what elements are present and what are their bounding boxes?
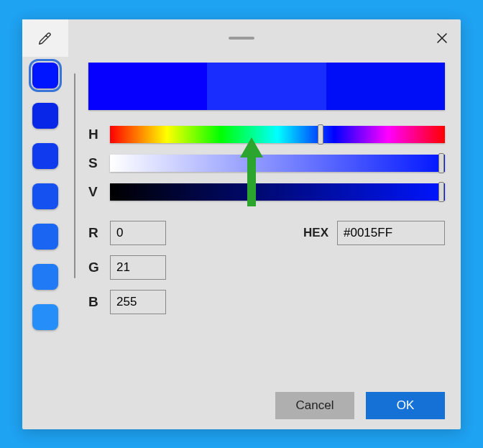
- close-button[interactable]: [433, 29, 451, 47]
- hex-input[interactable]: [337, 221, 445, 245]
- value-slider[interactable]: [110, 183, 445, 201]
- value-label: V: [88, 184, 101, 200]
- ok-button[interactable]: OK: [366, 392, 445, 419]
- g-row: G: [88, 255, 166, 280]
- b-label: B: [88, 294, 101, 310]
- r-input[interactable]: [110, 221, 166, 245]
- inputs-row: R G B HEX: [88, 221, 445, 314]
- rgb-inputs: R G B: [88, 221, 166, 314]
- button-row: Cancel OK: [275, 392, 445, 419]
- b-input[interactable]: [110, 290, 166, 314]
- r-label: R: [88, 225, 101, 241]
- close-icon: [436, 32, 448, 44]
- cancel-button[interactable]: Cancel: [275, 392, 354, 419]
- hue-thumb[interactable]: [318, 124, 323, 145]
- swatch-2[interactable]: [32, 143, 58, 169]
- swatch-5[interactable]: [32, 264, 58, 290]
- hue-slider[interactable]: [110, 126, 445, 143]
- eyedropper-tool[interactable]: [22, 19, 68, 57]
- swatch-0[interactable]: [32, 63, 58, 88]
- drag-handle[interactable]: [229, 37, 254, 40]
- color-preview[interactable]: [88, 63, 445, 110]
- swatch-column: [22, 57, 68, 429]
- preview-mid: [207, 63, 326, 110]
- saturation-slider[interactable]: [110, 155, 445, 172]
- eyedropper-icon: [37, 30, 53, 46]
- main-panel: H S V: [68, 57, 461, 429]
- preview-right: [326, 63, 445, 110]
- hue-label: H: [88, 127, 101, 142]
- value-row: V: [88, 183, 445, 201]
- b-row: B: [88, 290, 166, 314]
- swatch-4[interactable]: [32, 224, 58, 250]
- swatch-6[interactable]: [32, 304, 58, 330]
- r-row: R: [88, 221, 166, 245]
- saturation-thumb[interactable]: [438, 153, 444, 173]
- dialog-body: H S V: [22, 57, 461, 429]
- hue-row: H: [88, 126, 445, 143]
- saturation-label: S: [88, 155, 101, 171]
- g-label: G: [88, 260, 101, 275]
- titlebar: [22, 19, 461, 57]
- g-input[interactable]: [110, 255, 166, 280]
- saturation-row: S: [88, 155, 445, 172]
- hex-group: HEX: [303, 221, 445, 314]
- preview-left: [88, 63, 207, 110]
- swatch-1[interactable]: [32, 103, 58, 129]
- color-picker-dialog: H S V: [22, 19, 461, 429]
- swatch-3[interactable]: [32, 183, 58, 209]
- value-thumb[interactable]: [438, 182, 444, 202]
- hex-label: HEX: [303, 221, 328, 240]
